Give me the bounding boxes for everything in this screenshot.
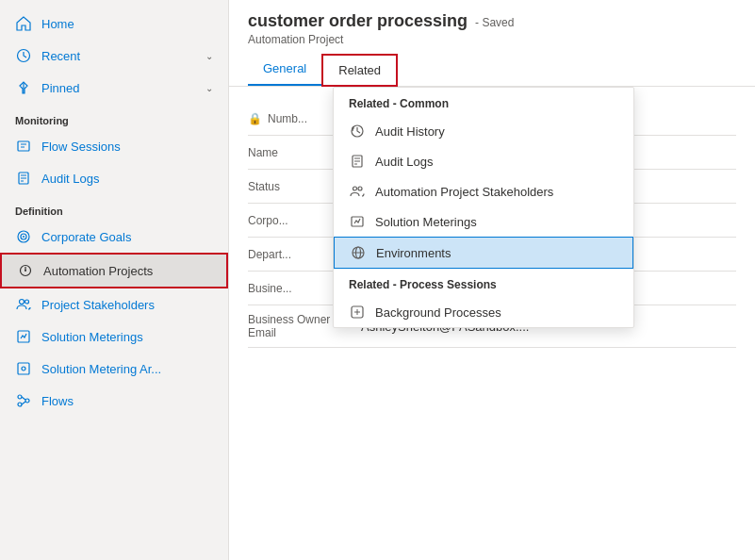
- sidebar-item-recent[interactable]: Recent ⌄: [0, 40, 228, 72]
- page-subtitle: Automation Project: [248, 33, 736, 46]
- tab-related[interactable]: Related: [321, 54, 398, 87]
- section-definition: Definition: [0, 194, 228, 221]
- lock-icon: 🔒: [248, 112, 262, 125]
- page-title: customer order processing: [248, 11, 468, 31]
- recent-icon: [15, 47, 32, 64]
- main-content: customer order processing - Saved Automa…: [229, 0, 755, 560]
- dropdown-item-background-processes[interactable]: Background Processes: [334, 297, 633, 327]
- pinned-chevron: ⌄: [205, 83, 213, 93]
- pinned-icon: [15, 79, 32, 96]
- sidebar-item-audit-logs-label: Audit Logs: [41, 172, 213, 186]
- svg-point-19: [22, 367, 25, 371]
- svg-point-20: [18, 395, 22, 399]
- dropdown-section-common: Related - Common: [334, 88, 633, 116]
- recent-chevron: ⌄: [205, 51, 213, 61]
- svg-line-24: [22, 402, 25, 404]
- audit-logs-icon: [15, 170, 32, 187]
- dropdown-item-audit-history[interactable]: Audit History: [334, 116, 633, 146]
- background-processes-icon: [349, 304, 366, 321]
- dropdown-item-environments-label: Environments: [376, 246, 451, 260]
- content-area: 🔒Numb... Name ...ing Status Corpo... ...…: [229, 87, 755, 560]
- sidebar-item-corporate-goals[interactable]: Corporate Goals: [0, 221, 228, 253]
- sidebar-item-home[interactable]: Home: [0, 8, 228, 40]
- automation-projects-icon: [17, 262, 34, 279]
- dropdown-item-automation-stakeholders-label: Automation Project Stakeholders: [375, 185, 553, 199]
- dropdown-item-solution-meterings[interactable]: Solution Meterings: [334, 206, 633, 237]
- dropdown-solution-meterings-icon: [349, 213, 366, 230]
- sidebar-item-flows-label: Flows: [41, 394, 213, 408]
- sidebar-item-solution-meterings[interactable]: Solution Meterings: [0, 321, 228, 353]
- svg-point-21: [25, 399, 29, 403]
- sidebar-item-solution-meterings-label: Solution Meterings: [41, 330, 213, 344]
- sidebar-item-automation-projects-label: Automation Projects: [43, 264, 211, 278]
- solution-meterings-icon: [15, 328, 32, 345]
- sidebar-item-project-stakeholders[interactable]: Project Stakeholders: [0, 288, 228, 321]
- environments-globe-icon: [350, 244, 367, 261]
- dropdown-item-audit-logs[interactable]: Audit Logs: [334, 146, 633, 176]
- svg-point-14: [25, 270, 26, 272]
- dropdown-item-background-processes-label: Background Processes: [375, 305, 501, 320]
- project-stakeholders-icon: [15, 296, 32, 313]
- sidebar-item-corporate-goals-label: Corporate Goals: [41, 230, 213, 244]
- svg-point-11: [23, 236, 25, 238]
- sidebar-item-flow-sessions[interactable]: Flow Sessions: [0, 130, 228, 162]
- sidebar: Home Recent ⌄ Pinned ⌄ Monitoring Flow S…: [0, 0, 229, 560]
- dropdown-item-automation-project-stakeholders[interactable]: Automation Project Stakeholders: [334, 176, 633, 206]
- sidebar-item-recent-label: Recent: [41, 49, 196, 63]
- svg-line-23: [22, 397, 25, 400]
- saved-status: - Saved: [475, 16, 514, 29]
- sidebar-item-flows[interactable]: Flows: [0, 385, 228, 417]
- flow-sessions-icon: [15, 138, 32, 155]
- home-icon: [15, 15, 32, 32]
- dropdown-item-audit-logs-label: Audit Logs: [375, 155, 433, 169]
- svg-point-22: [18, 403, 22, 406]
- svg-point-31: [358, 187, 362, 190]
- svg-rect-18: [18, 363, 29, 374]
- dropdown-item-solution-meterings-label: Solution Meterings: [375, 215, 477, 229]
- solution-metering-ar-icon: [15, 360, 32, 377]
- page-header: customer order processing - Saved Automa…: [229, 0, 755, 87]
- flows-icon: [15, 392, 32, 409]
- dropdown-stakeholders-icon: [349, 183, 366, 200]
- sidebar-item-pinned[interactable]: Pinned ⌄: [0, 72, 228, 104]
- sidebar-item-project-stakeholders-label: Project Stakeholders: [41, 298, 213, 312]
- sidebar-item-automation-projects[interactable]: Automation Projects: [0, 253, 228, 288]
- audit-history-icon: [349, 123, 366, 140]
- dropdown-section-process: Related - Process Sessions: [334, 269, 633, 297]
- sidebar-item-pinned-label: Pinned: [41, 81, 196, 95]
- dropdown-item-environments[interactable]: Environments: [334, 237, 633, 269]
- related-dropdown-menu: Related - Common Audit History Audit Log…: [333, 87, 634, 328]
- tab-bar: General Related: [248, 54, 736, 86]
- svg-point-15: [20, 300, 25, 305]
- corporate-goals-icon: [15, 228, 32, 245]
- sidebar-item-flow-sessions-label: Flow Sessions: [41, 140, 213, 154]
- svg-rect-2: [18, 141, 29, 151]
- section-monitoring: Monitoring: [0, 104, 228, 130]
- tab-general[interactable]: General: [248, 54, 321, 86]
- svg-point-30: [353, 187, 357, 190]
- dropdown-item-audit-history-label: Audit History: [375, 124, 445, 139]
- svg-point-16: [25, 300, 29, 304]
- sidebar-item-solution-metering-ar-label: Solution Metering Ar...: [41, 362, 213, 376]
- sidebar-item-audit-logs[interactable]: Audit Logs: [0, 162, 228, 194]
- dropdown-audit-logs-icon: [349, 153, 366, 170]
- sidebar-item-solution-metering-ar[interactable]: Solution Metering Ar...: [0, 353, 228, 385]
- sidebar-item-home-label: Home: [41, 17, 213, 31]
